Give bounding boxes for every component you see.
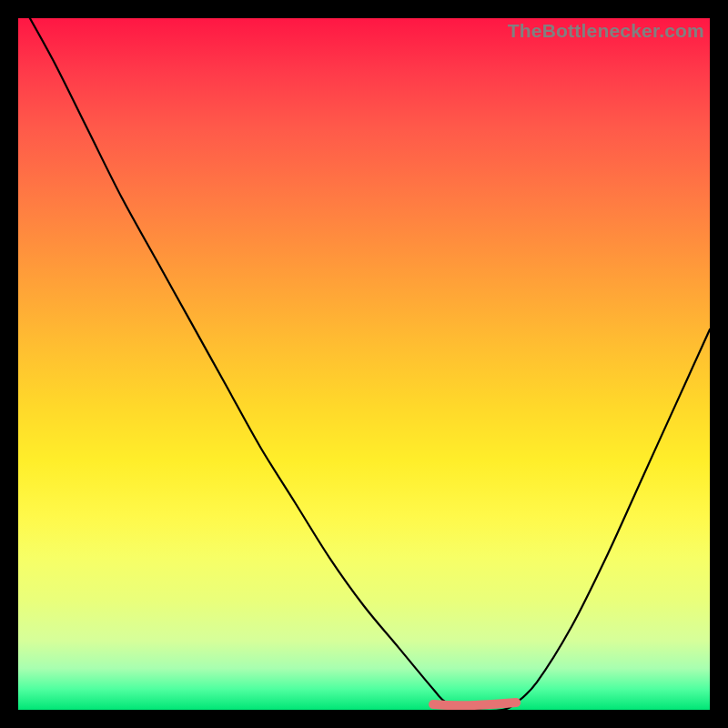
chart-frame: TheBottlenecker.com — [0, 0, 728, 728]
marker-layer — [18, 18, 710, 710]
optimal-range-marker — [433, 703, 516, 705]
plot-area: TheBottlenecker.com — [18, 18, 710, 710]
watermark-text: TheBottlenecker.com — [508, 20, 704, 42]
